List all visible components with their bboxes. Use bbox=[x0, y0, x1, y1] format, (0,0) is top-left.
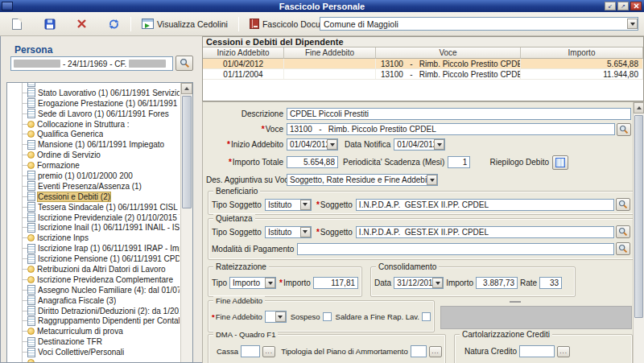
tree-item[interactable]: Collocazione in Struttura : bbox=[7, 119, 180, 130]
consolidamento-rate-field[interactable]: 33 bbox=[539, 277, 562, 289]
tree-item[interactable]: Sede di Lavoro (1) 06/11/1991 Fores bbox=[7, 109, 180, 119]
tree-item[interactable]: Iscrizione Irap (1) 06/11/1991 IRAP - Im… bbox=[7, 243, 180, 254]
tree-item[interactable]: Qualifica Generica bbox=[7, 129, 180, 139]
fine-addebito-datepicker[interactable] bbox=[265, 311, 287, 323]
dropdown-icon[interactable] bbox=[265, 278, 275, 288]
delete-button[interactable] bbox=[71, 14, 93, 34]
rate-tipo-dropdown[interactable]: Importo bbox=[229, 277, 276, 289]
cassa-browse-button[interactable]: ... bbox=[262, 346, 275, 357]
tree-item-label: Erogazione Prestazione (1) 06/11/1991 Fu… bbox=[38, 99, 180, 108]
tree-item[interactable]: Iscrizione Previdenza Complementare bbox=[7, 274, 180, 285]
document-icon bbox=[27, 82, 35, 87]
tree-item[interactable]: Ordine di Servizio bbox=[7, 150, 180, 160]
natura-browse-button[interactable]: ... bbox=[557, 346, 570, 357]
ente-combobox[interactable]: Comune di Maggioli bbox=[320, 17, 638, 31]
tree-scroll-thumb[interactable] bbox=[182, 96, 192, 208]
cassa-field[interactable] bbox=[241, 345, 260, 357]
tree-item[interactable]: Assegno Nucleo Familiare (4): dal 01/07/… bbox=[7, 285, 180, 295]
consolidamento-rate-label: Rate bbox=[520, 278, 537, 287]
tree-item[interactable]: Erogazione Prestazione (1) 06/11/1991 Fu… bbox=[7, 98, 180, 109]
tree-item[interactable]: Eventi Presenza/Assenza (1) bbox=[7, 181, 180, 192]
tree-item[interactable]: Anagrafica Fiscale (3) bbox=[7, 295, 180, 306]
tree-item[interactable]: Iscrizione Previdenziale (2) 01/10/2015 … bbox=[7, 212, 180, 223]
persona-field[interactable]: - 24/11/1969 - CF. bbox=[10, 56, 173, 71]
tree-item-selected[interactable]: Cessioni e Debiti (2) bbox=[7, 192, 180, 202]
tree-item-label: Collocazione in Struttura : bbox=[37, 120, 130, 129]
tree-scrollbar[interactable] bbox=[180, 83, 192, 362]
beneficiario-soggetto-field[interactable]: I.N.P.D.A.P. GEST.EX II.PP. CPDEL bbox=[356, 199, 614, 211]
periodicita-field[interactable]: 1 bbox=[448, 156, 470, 168]
consolidamento-importo-field[interactable]: 3.887,73 bbox=[476, 277, 518, 289]
riepilogo-debito-button[interactable] bbox=[552, 155, 568, 170]
tree-item[interactable]: Tessera Sindacale (1) 06/11/1991 CISL bbox=[7, 202, 180, 212]
tipologia-field[interactable] bbox=[411, 345, 427, 357]
tree-item[interactable]: Diritto Detrazioni/Deduzioni (2): da 1/2… bbox=[7, 306, 180, 316]
beneficiario-tipo-dropdown[interactable]: Istituto bbox=[265, 199, 312, 211]
rate-importo-field[interactable]: 117,81 bbox=[313, 277, 358, 289]
dropdown-icon[interactable] bbox=[300, 200, 311, 210]
scroll-up-icon[interactable] bbox=[634, 102, 644, 113]
close-icon[interactable] bbox=[630, 2, 642, 10]
persona-search-button[interactable] bbox=[175, 56, 193, 71]
undock-window-icon[interactable]: ↗ bbox=[617, 2, 629, 10]
data-notifica-datepicker[interactable]: 01/04/2012 bbox=[394, 138, 445, 151]
importo-totale-field[interactable]: 5.654,88 bbox=[287, 156, 338, 168]
tree-item[interactable]: Stato Lavorativo (1) 06/11/1991 Servizio… bbox=[7, 88, 180, 98]
tree-item[interactable] bbox=[7, 82, 180, 88]
quietanza-fieldset: Quietanza Tipo Soggetto Istituto *Sogget… bbox=[208, 218, 634, 260]
tree-item[interactable]: Mansione (1) 06/11/1991 Impiegato bbox=[7, 139, 180, 150]
tree-item[interactable]: premio (1) 01/01/2000 200 bbox=[7, 171, 180, 181]
date-dropdown-icon[interactable] bbox=[275, 311, 286, 322]
tipo-soggetto-label: Tipo Soggetto bbox=[212, 200, 262, 209]
descrizione-field[interactable]: CPDEL Piccoli Prestiti bbox=[287, 108, 631, 120]
sospeso-checkbox[interactable] bbox=[323, 312, 332, 321]
dock-window-icon[interactable]: ↙ bbox=[605, 2, 616, 10]
dropdown-icon[interactable] bbox=[427, 175, 437, 185]
quietanza-soggetto-field[interactable]: I.N.P.D.A.P. GEST.EX II.PP. CPDEL bbox=[356, 226, 614, 238]
new-record-button[interactable] bbox=[6, 14, 27, 34]
col-importo[interactable]: Importo bbox=[521, 47, 643, 59]
tipologia-browse-button[interactable]: ... bbox=[429, 346, 442, 357]
tree-item[interactable] bbox=[7, 357, 180, 363]
natura-credito-field[interactable] bbox=[519, 345, 555, 357]
ente-dropdown-icon[interactable] bbox=[627, 19, 638, 29]
voce-field[interactable]: 13100 - Rimb. Piccolo Prestito CPDEL bbox=[287, 123, 615, 135]
beneficiario-search-button[interactable] bbox=[616, 198, 630, 211]
window-title: Fascicolo Personale bbox=[0, 2, 644, 11]
tree-item[interactable]: Voci Collettive/Personali bbox=[7, 347, 180, 357]
debt-row-selected[interactable]: 01/04/201213100 - Rimb. Piccolo Prestito… bbox=[203, 59, 643, 69]
saldare-checkbox[interactable] bbox=[422, 312, 431, 321]
tree-item[interactable]: Iscrizione Inail (1) 06/11/1991 INAIL - … bbox=[7, 222, 180, 233]
refresh-button[interactable] bbox=[102, 14, 126, 34]
dropdown-icon[interactable] bbox=[300, 227, 311, 237]
col-inizio-addebito[interactable]: Inizio Addebito bbox=[203, 47, 284, 59]
voce-search-button[interactable] bbox=[617, 123, 631, 136]
save-button[interactable] bbox=[39, 14, 61, 34]
tree-item[interactable]: Retribuzioni da Altri Datori di Lavoro bbox=[7, 264, 180, 274]
col-voce[interactable]: Voce bbox=[376, 47, 521, 59]
des-aggiuntiva-dropdown[interactable]: Soggetto, Rate Residue e Fine Addebito bbox=[287, 174, 438, 186]
document-icon bbox=[27, 244, 35, 254]
quietanza-tipo-dropdown[interactable]: Istituto bbox=[265, 226, 312, 238]
tree-item[interactable]: Iscrizione Inps bbox=[7, 233, 180, 243]
tree-item[interactable]: Formazione bbox=[7, 160, 180, 171]
date-dropdown-icon[interactable] bbox=[434, 139, 444, 150]
consolidamento-datepicker[interactable]: 31/12/2014 bbox=[394, 277, 444, 289]
date-dropdown-icon[interactable] bbox=[432, 278, 443, 288]
document-icon bbox=[27, 88, 35, 97]
col-fine-addebito[interactable]: Fine Addebito bbox=[284, 47, 376, 59]
tree-item[interactable]: Raggruppamento Dipendenti per Contabiliz… bbox=[7, 316, 180, 326]
quietanza-search-button[interactable] bbox=[616, 225, 630, 238]
date-dropdown-icon[interactable] bbox=[327, 139, 337, 150]
modalita-search-button[interactable] bbox=[616, 242, 630, 255]
form-scroll-thumb[interactable] bbox=[634, 115, 643, 318]
inizio-addebito-datepicker[interactable]: 01/04/2012 bbox=[287, 138, 338, 151]
tree-item[interactable]: Iscrizione Pensione (1) 06/11/1991 CPDEL… bbox=[7, 254, 180, 264]
tree-item[interactable]: Destinazione TFR bbox=[7, 336, 180, 347]
visualizza-cedolini-button[interactable]: Visualizza Cedolini bbox=[136, 14, 233, 34]
modalita-pagamento-field[interactable] bbox=[297, 243, 614, 255]
scroll-up-icon[interactable] bbox=[181, 83, 192, 94]
debt-row[interactable]: 01/11/200413100 - Rimb. Piccolo Prestito… bbox=[203, 69, 643, 80]
form-scrollbar[interactable] bbox=[633, 102, 644, 363]
tree-item[interactable]: Metacurriculum di prova bbox=[7, 326, 180, 336]
